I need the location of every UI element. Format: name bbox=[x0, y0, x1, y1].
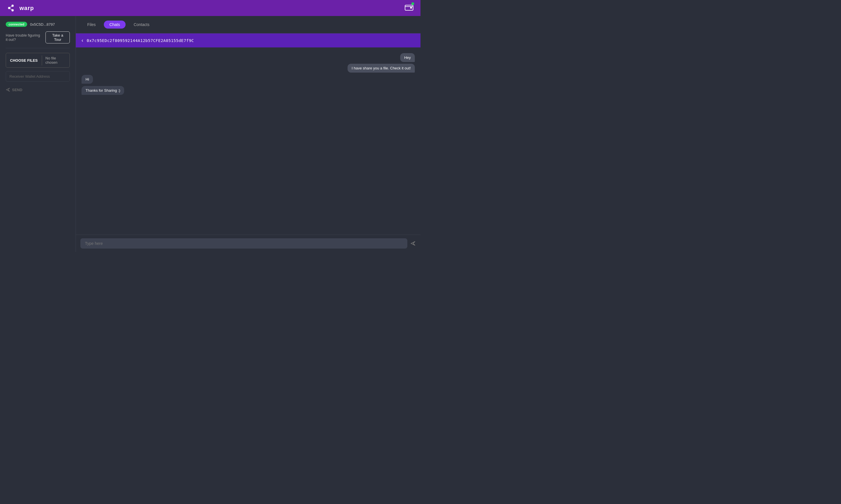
status-row: connected 0x5C5D...8797 bbox=[6, 22, 70, 27]
chat-messages: Hey I have share you a file. Check it ou… bbox=[76, 48, 420, 235]
send-chat-icon bbox=[410, 240, 416, 246]
header-right[interactable] bbox=[405, 3, 414, 13]
chat-address: 0x7c95EDc2f809592144A12b57CFE2A05155dE7f… bbox=[87, 38, 194, 43]
sent-messages-group: Hey I have share you a file. Check it ou… bbox=[82, 53, 415, 73]
message-received-1: Hi bbox=[82, 75, 93, 84]
tab-files[interactable]: Files bbox=[82, 21, 102, 29]
svg-line-4 bbox=[9, 8, 13, 10]
send-button[interactable]: SEND bbox=[6, 85, 22, 94]
send-chat-button[interactable] bbox=[410, 240, 416, 246]
svg-line-3 bbox=[9, 6, 13, 8]
left-panel: connected 0x5C5D...8797 Have trouble fig… bbox=[0, 16, 76, 252]
main-layout: connected 0x5C5D...8797 Have trouble fig… bbox=[0, 16, 420, 252]
help-text: Have trouble figuring it out? bbox=[6, 33, 42, 42]
message-sent-2: I have share you a file. Check it out! bbox=[347, 64, 415, 73]
warp-logo-icon bbox=[7, 3, 17, 13]
send-icon bbox=[6, 87, 10, 92]
choose-files-button[interactable]: CHOOSE FILES bbox=[6, 55, 42, 66]
divider bbox=[6, 48, 70, 48]
notification-badge bbox=[411, 2, 414, 5]
back-arrow-icon[interactable]: ‹ bbox=[82, 37, 83, 43]
chat-input-row bbox=[76, 235, 420, 252]
tabs-row: Files Chats Contacts bbox=[76, 16, 420, 33]
receiver-wallet-input[interactable] bbox=[6, 71, 70, 82]
svg-rect-6 bbox=[410, 7, 412, 8]
message-sent-1: Hey bbox=[400, 53, 415, 62]
tab-contacts[interactable]: Contacts bbox=[128, 21, 155, 29]
no-file-label: No file chosen bbox=[42, 53, 69, 68]
logo: warp bbox=[7, 3, 34, 13]
chat-header: ‹ 0x7c95EDc2f809592144A12b57CFE2A05155dE… bbox=[76, 33, 420, 48]
message-received-2: Thanks for Sharing :) bbox=[82, 86, 124, 95]
take-tour-button[interactable]: Take a Tour bbox=[46, 32, 70, 43]
wallet-address: 0x5C5D...8797 bbox=[30, 22, 55, 26]
chat-message-input[interactable] bbox=[80, 238, 407, 249]
logo-text: warp bbox=[19, 5, 34, 12]
connected-badge: connected bbox=[6, 22, 27, 27]
send-label: SEND bbox=[12, 88, 22, 92]
tab-chats[interactable]: Chats bbox=[104, 21, 126, 29]
app-header: warp bbox=[0, 0, 420, 16]
right-panel: Files Chats Contacts ‹ 0x7c95EDc2f809592… bbox=[76, 16, 420, 252]
help-row: Have trouble figuring it out? Take a Tou… bbox=[6, 32, 70, 43]
file-chooser-row: CHOOSE FILES No file chosen bbox=[6, 53, 70, 68]
